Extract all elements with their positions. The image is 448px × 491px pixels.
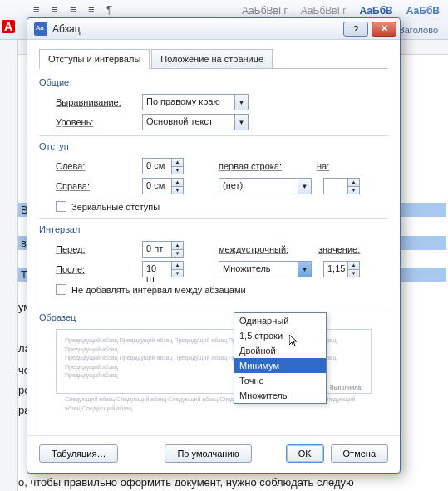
- at-label: значение:: [318, 244, 368, 254]
- chevron-down-icon[interactable]: ▼: [234, 95, 248, 110]
- after-spin[interactable]: 10 пт▲▼: [142, 261, 184, 277]
- mirror-indents-checkbox[interactable]: Зеркальные отступы: [56, 201, 388, 212]
- tab-position[interactable]: Положение на странице: [151, 49, 273, 69]
- indent-left-spin[interactable]: 0 см▲▼: [142, 158, 184, 174]
- first-line-combo[interactable]: (нет)▼: [219, 178, 312, 194]
- level-combo[interactable]: Основной текст▼: [142, 114, 249, 130]
- default-button[interactable]: По умолчанию: [165, 444, 251, 463]
- dropdown-option[interactable]: Одинарный: [234, 313, 326, 328]
- button-row: Табуляция… По умолчанию OK Отмена: [27, 435, 400, 473]
- by-label: на:: [317, 161, 342, 171]
- line-spacing-dropdown: Одинарный 1,5 строки Двойной Минимум Точ…: [234, 312, 327, 404]
- by-spin[interactable]: ▲▼: [323, 178, 360, 194]
- tabs-button[interactable]: Табуляция…: [39, 444, 118, 463]
- indent-right-label: Справа:: [56, 181, 135, 191]
- before-spin[interactable]: 0 пт▲▼: [142, 241, 184, 258]
- help-button[interactable]: ?: [343, 22, 368, 37]
- dialog-title: Абзац: [52, 23, 340, 35]
- alignment-combo[interactable]: По правому краю▼: [142, 94, 249, 110]
- paragraph-dialog: Абзац ? ✕ Отступы и интервалы Положение …: [27, 17, 401, 474]
- tab-indents[interactable]: Отступы и интервалы: [39, 49, 150, 69]
- dropdown-option[interactable]: Множитель: [234, 388, 326, 403]
- dropdown-option-selected[interactable]: Минимум: [234, 358, 326, 373]
- titlebar: Абзац ? ✕: [27, 18, 400, 40]
- dropdown-option[interactable]: Двойной: [234, 343, 326, 358]
- ok-button[interactable]: OK: [286, 444, 324, 463]
- at-spin[interactable]: 1,15▲▼: [323, 261, 360, 277]
- first-line-label: первая строка:: [219, 161, 310, 171]
- chevron-down-icon[interactable]: ▼: [298, 262, 311, 277]
- section-indent: Отступ: [39, 141, 388, 151]
- section-preview: Образец: [39, 312, 388, 322]
- left-margin: [0, 40, 18, 491]
- after-label: После:: [56, 264, 135, 274]
- dropdown-option[interactable]: Точно: [234, 373, 326, 388]
- level-label: Уровень:: [56, 117, 135, 127]
- close-button[interactable]: ✕: [372, 22, 396, 37]
- line-spacing-label: междустрочный:: [219, 244, 312, 254]
- indent-left-label: Слева:: [56, 161, 135, 171]
- chevron-down-icon[interactable]: ▼: [298, 179, 311, 194]
- section-general: Общие: [39, 77, 388, 87]
- before-label: Перед:: [56, 244, 135, 254]
- tab-strip: Отступы и интервалы Положение на страниц…: [39, 48, 388, 69]
- dropdown-option[interactable]: 1,5 строки: [234, 328, 326, 343]
- dialog-icon: [34, 22, 47, 36]
- no-space-checkbox[interactable]: Не добавлять интервал между абзацами: [56, 284, 388, 295]
- indent-right-spin[interactable]: 0 см▲▼: [142, 178, 184, 194]
- line-spacing-combo[interactable]: Множитель▼: [219, 261, 312, 277]
- cancel-button[interactable]: Отмена: [331, 444, 388, 463]
- alignment-label: Выравнивание:: [56, 97, 135, 107]
- section-spacing: Интервал: [39, 224, 388, 234]
- font-color-icon: A: [2, 20, 15, 33]
- chevron-down-icon[interactable]: ▼: [234, 115, 248, 130]
